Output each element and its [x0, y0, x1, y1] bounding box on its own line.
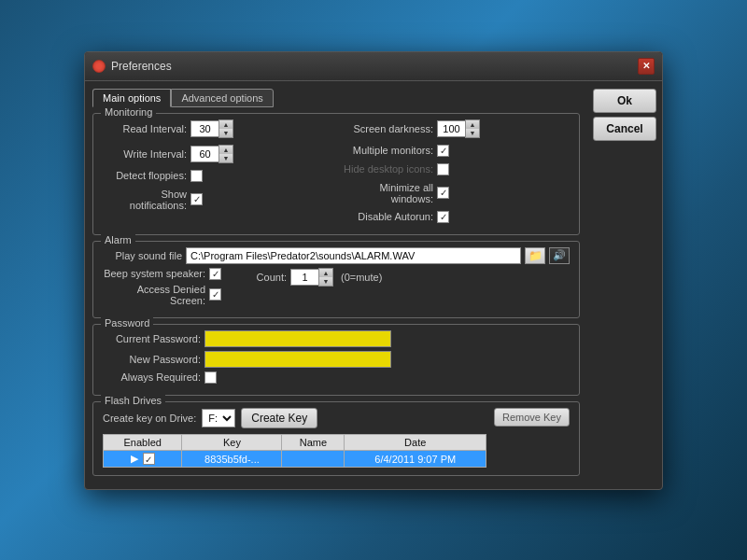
sound-file-field[interactable]	[186, 247, 521, 264]
col-date: Date	[345, 434, 486, 450]
write-interval-row: Write Interval: ▲ ▼	[103, 145, 332, 163]
row-enabled-checkbox[interactable]: ✓	[143, 453, 155, 465]
read-interval-field[interactable]	[190, 120, 218, 137]
show-notifications-row: Show notifications: ✓	[103, 189, 332, 211]
screen-darkness-label: Screen darkness:	[340, 123, 433, 134]
col-enabled: Enabled	[104, 434, 182, 450]
count-hint: (0=mute)	[341, 272, 382, 283]
count-row: Count: ▲ ▼ (0=mute)	[249, 268, 382, 287]
table-row[interactable]: ▶ ✓ 8835b5fd-... 6/4/2011 9:07 PM	[104, 450, 486, 468]
current-password-label: Current Password:	[103, 333, 201, 344]
sound-file-row: Play sound file 📁 🔊	[103, 247, 570, 264]
access-denied-label: Access Denied Screen:	[103, 284, 205, 306]
browse-file-button[interactable]: 📁	[525, 247, 545, 264]
current-password-field[interactable]	[204, 330, 391, 347]
write-interval-field[interactable]	[190, 146, 218, 162]
screen-darkness-up[interactable]: ▲	[466, 120, 479, 129]
tab-advanced-options[interactable]: Advanced options	[171, 89, 273, 107]
dialog-title: Preferences	[111, 60, 172, 73]
flash-drives-table: Enabled Key Name Date ▶	[103, 434, 486, 469]
access-denied-checkbox[interactable]: ✓	[209, 288, 221, 301]
screen-darkness-row: Screen darkness: ▲ ▼	[340, 119, 570, 138]
current-password-row: Current Password:	[103, 330, 570, 347]
beep-row: Beep system speaker: ✓	[103, 268, 221, 280]
write-interval-input: ▲ ▼	[190, 145, 233, 163]
count-field[interactable]	[290, 269, 318, 286]
new-password-label: New Password:	[103, 354, 201, 365]
beep-checkbox[interactable]: ✓	[209, 268, 221, 280]
disable-autorun-checkbox[interactable]: ✓	[437, 211, 449, 223]
show-notifications-label: Show notifications:	[103, 189, 187, 211]
detect-floppies-checkbox[interactable]	[190, 170, 203, 182]
read-interval-label: Read Interval:	[103, 123, 187, 134]
close-button[interactable]: ✕	[638, 58, 655, 75]
detect-floppies-row: Detect floppies:	[103, 170, 332, 182]
multiple-monitors-row: Multiple monitors: ✓	[340, 145, 570, 157]
monitoring-title: Monitoring	[101, 106, 156, 118]
minimize-all-row: Minimize all windows: ✓	[340, 182, 570, 204]
title-bar: Preferences ✕	[85, 52, 662, 81]
col-key: Key	[182, 434, 282, 450]
new-password-row: New Password:	[103, 351, 570, 368]
row-date: 6/4/2011 9:07 PM	[345, 450, 486, 468]
count-down[interactable]: ▼	[319, 277, 332, 286]
tab-main-options[interactable]: Main options	[92, 89, 171, 107]
flash-content: Create key on Drive: F: Create Key Enabl…	[103, 408, 570, 469]
app-icon	[92, 60, 106, 73]
new-password-field[interactable]	[204, 351, 391, 368]
minimize-all-checkbox[interactable]: ✓	[437, 187, 449, 199]
screen-darkness-input: ▲ ▼	[437, 119, 480, 138]
always-required-row: Always Required:	[103, 371, 570, 384]
hide-desktop-checkbox[interactable]	[437, 163, 449, 175]
screen-darkness-down[interactable]: ▼	[466, 129, 479, 137]
password-section: Password Current Password: New Password:…	[92, 324, 580, 396]
tabs-bar: Main options Advanced options	[92, 89, 580, 107]
multiple-monitors-label: Multiple monitors:	[340, 145, 433, 156]
row-name	[282, 450, 345, 468]
hide-desktop-label: Hide desktop icons:	[340, 163, 433, 175]
drive-select[interactable]: F:	[202, 409, 235, 427]
read-interval-input: ▲ ▼	[190, 119, 233, 138]
flash-drives-section: Flash Drives Create key on Drive: F: Cre…	[92, 401, 580, 477]
read-interval-up[interactable]: ▲	[219, 120, 233, 129]
minimize-all-label: Minimize all windows:	[340, 182, 433, 204]
row-arrow-cell: ▶ ✓	[104, 450, 182, 468]
multiple-monitors-checkbox[interactable]: ✓	[437, 145, 449, 157]
dialog-body: Main options Advanced options Monitoring…	[85, 81, 662, 490]
alarm-section: Alarm Play sound file 📁 🔊 Beep system sp…	[92, 241, 580, 318]
screen-darkness-field[interactable]	[437, 120, 465, 137]
always-required-checkbox[interactable]	[204, 371, 217, 384]
cancel-button[interactable]: Cancel	[593, 117, 656, 141]
password-title: Password	[101, 317, 153, 329]
count-spinner: ▲ ▼	[318, 268, 333, 287]
beep-label: Beep system speaker:	[103, 268, 205, 279]
write-interval-down[interactable]: ▼	[219, 154, 233, 162]
sound-file-label: Play sound file	[103, 250, 182, 261]
row-arrow-icon: ▶	[131, 453, 138, 464]
disable-autorun-label: Disable Autorun:	[340, 211, 433, 222]
hide-desktop-row: Hide desktop icons:	[340, 163, 570, 175]
remove-key-button[interactable]: Remove Key	[494, 408, 570, 427]
write-interval-spinner: ▲ ▼	[218, 145, 233, 163]
create-key-label: Create key on Drive:	[103, 413, 196, 424]
create-key-button[interactable]: Create Key	[241, 408, 317, 428]
ok-button[interactable]: Ok	[593, 89, 656, 113]
read-interval-down[interactable]: ▼	[219, 129, 233, 137]
read-interval-row: Read Interval: ▲ ▼	[103, 119, 332, 138]
detect-floppies-label: Detect floppies:	[103, 170, 187, 181]
write-interval-label: Write Interval:	[103, 148, 187, 160]
access-denied-row: Access Denied Screen: ✓	[103, 284, 221, 306]
alarm-title: Alarm	[101, 234, 135, 245]
drive-row: Create key on Drive: F: Create Key	[103, 408, 486, 428]
count-label: Count:	[249, 272, 287, 283]
show-notifications-checkbox[interactable]: ✓	[190, 193, 203, 205]
side-buttons: Ok Cancel	[587, 81, 662, 490]
row-key: 8835b5fd-...	[182, 450, 282, 468]
read-interval-spinner: ▲ ▼	[218, 119, 233, 138]
count-input: ▲ ▼	[290, 268, 333, 287]
write-interval-up[interactable]: ▲	[219, 146, 233, 154]
play-sound-button[interactable]: 🔊	[549, 247, 570, 264]
always-required-label: Always Required:	[103, 371, 201, 383]
count-up[interactable]: ▲	[319, 269, 332, 277]
flash-drives-title: Flash Drives	[101, 395, 165, 406]
